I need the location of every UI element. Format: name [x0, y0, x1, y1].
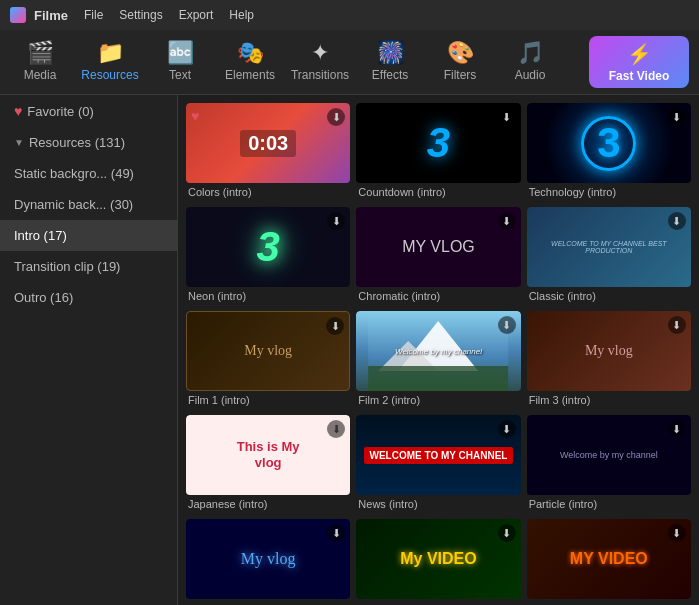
list-item[interactable]: My vlog ⬇ [186, 519, 350, 605]
grid-item-label: Countdown (intro) [356, 183, 520, 201]
toolbar: 🎬 Media 📁 Resources 🔤 Text 🎭 Elements ✦ … [0, 30, 699, 95]
list-item[interactable]: WELCOME TO MY CHANNEL ⬇ News (intro) [356, 415, 520, 513]
list-item[interactable]: 3 ⬇ Neon (intro) [186, 207, 350, 305]
tech-number: 3 [581, 116, 636, 171]
list-item[interactable]: 3 ⬇ Technology (intro) [527, 103, 691, 201]
menu-bar: File Settings Export Help [84, 8, 254, 22]
myvlog1-text: My vlog [241, 550, 296, 568]
toolbar-effects-label: Effects [372, 68, 408, 82]
svg-rect-3 [368, 366, 508, 391]
download-icon[interactable]: ⬇ [327, 108, 345, 126]
sidebar-transition-clip-label: Transition clip (19) [14, 259, 120, 274]
thumbnail-countdown: 3 ⬇ [356, 103, 520, 183]
grid-item-label: Chromatic (intro) [356, 287, 520, 305]
sidebar-transition-clip[interactable]: Transition clip (19) [0, 251, 177, 282]
list-item[interactable]: Welcome by my channel ⬇ Film 2 (intro) [356, 311, 520, 409]
toolbar-transitions-label: Transitions [291, 68, 349, 82]
thumbnail-myvideo2: My VIDEO ⬇ [356, 519, 520, 599]
chromatic-text: MY VLOG [402, 238, 475, 256]
app-name: Filme [34, 8, 68, 23]
effects-icon: 🎆 [377, 42, 404, 64]
toolbar-effects[interactable]: 🎆 Effects [355, 31, 425, 93]
heart-icon: ♥ [14, 103, 22, 119]
list-item[interactable]: MY VLOG ⬇ Chromatic (intro) [356, 207, 520, 305]
grid-item-label: Film 3 (intro) [527, 391, 691, 409]
thumbnail-technology: 3 ⬇ [527, 103, 691, 183]
thumbnail-chromatic: MY VLOG ⬇ [356, 207, 520, 287]
filters-icon: 🎨 [447, 42, 474, 64]
grid-item-label: Japanese (intro) [186, 495, 350, 513]
list-item[interactable]: My vlog ⬇ Film 1 (intro) [186, 311, 350, 409]
list-item[interactable]: This is Myvlog ⬇ Japanese (intro) [186, 415, 350, 513]
grid-item-label [186, 599, 350, 605]
download-icon[interactable]: ⬇ [327, 524, 345, 542]
thumbnail-classic: WELCOME TO MY CHANNEL BEST PRODUCTION ⬇ [527, 207, 691, 287]
list-item[interactable]: My VIDEO ⬇ [356, 519, 520, 605]
sidebar: ♥ Favorite (0) ▼ Resources (131) Static … [0, 95, 178, 605]
main-area: ♥ Favorite (0) ▼ Resources (131) Static … [0, 95, 699, 605]
media-icon: 🎬 [27, 42, 54, 64]
sidebar-static-bg[interactable]: Static backgro... (49) [0, 158, 177, 189]
download-icon[interactable]: ⬇ [498, 524, 516, 542]
grid-item-label: Technology (intro) [527, 183, 691, 201]
toolbar-elements-label: Elements [225, 68, 275, 82]
toolbar-filters-label: Filters [444, 68, 477, 82]
text-icon: 🔤 [167, 42, 194, 64]
menu-file[interactable]: File [84, 8, 103, 22]
list-item[interactable]: Welcome by my channel ⬇ Particle (intro) [527, 415, 691, 513]
thumbnail-japanese: This is Myvlog ⬇ [186, 415, 350, 495]
menu-settings[interactable]: Settings [119, 8, 162, 22]
download-icon[interactable]: ⬇ [668, 420, 686, 438]
thumbnail-neon: 3 ⬇ [186, 207, 350, 287]
download-icon[interactable]: ⬇ [327, 212, 345, 230]
list-item[interactable]: 3 ⬇ Countdown (intro) [356, 103, 520, 201]
toolbar-elements[interactable]: 🎭 Elements [215, 31, 285, 93]
sidebar-favorite[interactable]: ♥ Favorite (0) [0, 95, 177, 127]
download-icon[interactable]: ⬇ [327, 420, 345, 438]
myvideo2-text: My VIDEO [400, 550, 476, 568]
list-item[interactable]: ♥ 0:03 ⬇ Colors (intro) [186, 103, 350, 201]
fast-video-button[interactable]: ⚡ Fast Video [589, 36, 689, 88]
list-item[interactable]: MY VIDEO ⬇ [527, 519, 691, 605]
resources-grid: ♥ 0:03 ⬇ Colors (intro) 3 ⬇ Countdown (i… [186, 103, 691, 605]
list-item[interactable]: WELCOME TO MY CHANNEL BEST PRODUCTION ⬇ … [527, 207, 691, 305]
download-icon[interactable]: ⬇ [498, 420, 516, 438]
film3-text: My vlog [585, 343, 633, 359]
download-icon[interactable]: ⬇ [326, 317, 344, 335]
grid-item-label: Film 1 (intro) [186, 391, 350, 409]
colors-timer: 0:03 [240, 130, 296, 157]
audio-icon: 🎵 [517, 42, 544, 64]
download-icon[interactable]: ⬇ [668, 316, 686, 334]
thumbnail-film3: My vlog ⬇ [527, 311, 691, 391]
arrow-down-icon: ▼ [14, 137, 24, 148]
toolbar-audio[interactable]: 🎵 Audio [495, 31, 565, 93]
download-icon[interactable]: ⬇ [498, 108, 516, 126]
download-icon[interactable]: ⬇ [498, 212, 516, 230]
toolbar-media[interactable]: 🎬 Media [5, 31, 75, 93]
menu-export[interactable]: Export [179, 8, 214, 22]
fast-video-label: Fast Video [609, 69, 669, 83]
film2-text: Welcome by my channel [395, 347, 482, 356]
download-icon[interactable]: ⬇ [498, 316, 516, 334]
menu-help[interactable]: Help [229, 8, 254, 22]
sidebar-intro[interactable]: Intro (17) [0, 220, 177, 251]
toolbar-filters[interactable]: 🎨 Filters [425, 31, 495, 93]
sidebar-outro-label: Outro (16) [14, 290, 73, 305]
classic-text: WELCOME TO MY CHANNEL BEST PRODUCTION [527, 236, 691, 258]
sidebar-outro[interactable]: Outro (16) [0, 282, 177, 313]
download-icon[interactable]: ⬇ [668, 108, 686, 126]
thumbnail-news: WELCOME TO MY CHANNEL ⬇ [356, 415, 520, 495]
sidebar-resources[interactable]: ▼ Resources (131) [0, 127, 177, 158]
download-icon[interactable]: ⬇ [668, 212, 686, 230]
toolbar-media-label: Media [24, 68, 57, 82]
thumbnail-colors: ♥ 0:03 ⬇ [186, 103, 350, 183]
news-text: WELCOME TO MY CHANNEL [364, 447, 514, 464]
sidebar-dynamic-bg[interactable]: Dynamic back... (30) [0, 189, 177, 220]
download-icon[interactable]: ⬇ [668, 524, 686, 542]
grid-item-label: Particle (intro) [527, 495, 691, 513]
list-item[interactable]: My vlog ⬇ Film 3 (intro) [527, 311, 691, 409]
toolbar-transitions[interactable]: ✦ Transitions [285, 31, 355, 93]
toolbar-text[interactable]: 🔤 Text [145, 31, 215, 93]
toolbar-resources[interactable]: 📁 Resources [75, 31, 145, 93]
sidebar-static-bg-label: Static backgro... (49) [14, 166, 134, 181]
